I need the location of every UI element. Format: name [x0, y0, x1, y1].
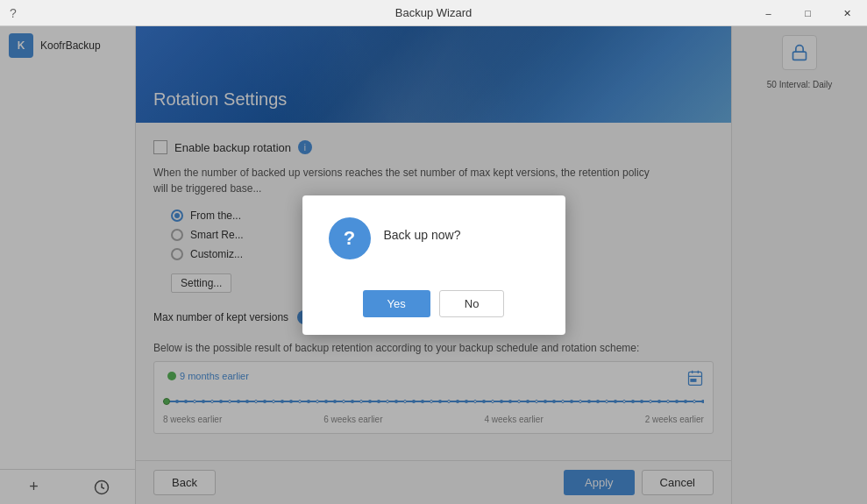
dialog-overlay: Back up now? Yes No: [0, 26, 867, 504]
dialog-buttons: Yes No: [329, 290, 539, 317]
window-title: Backup Wizard: [395, 6, 472, 19]
window-controls: – □ ✕: [749, 0, 867, 26]
maximize-button[interactable]: □: [788, 0, 828, 26]
title-bar: ? Backup Wizard – □ ✕: [0, 0, 867, 26]
dialog-question-icon: [329, 217, 371, 259]
dialog-content: Back up now?: [329, 217, 539, 273]
dialog: Back up now? Yes No: [302, 195, 565, 335]
help-icon[interactable]: ?: [0, 0, 26, 26]
minimize-button[interactable]: –: [749, 0, 788, 26]
dialog-yes-button[interactable]: Yes: [363, 290, 430, 317]
close-button[interactable]: ✕: [828, 0, 867, 26]
dialog-no-button[interactable]: No: [439, 290, 505, 317]
title-bar-left-controls: ?: [0, 0, 26, 26]
dialog-message: Back up now?: [384, 217, 461, 242]
